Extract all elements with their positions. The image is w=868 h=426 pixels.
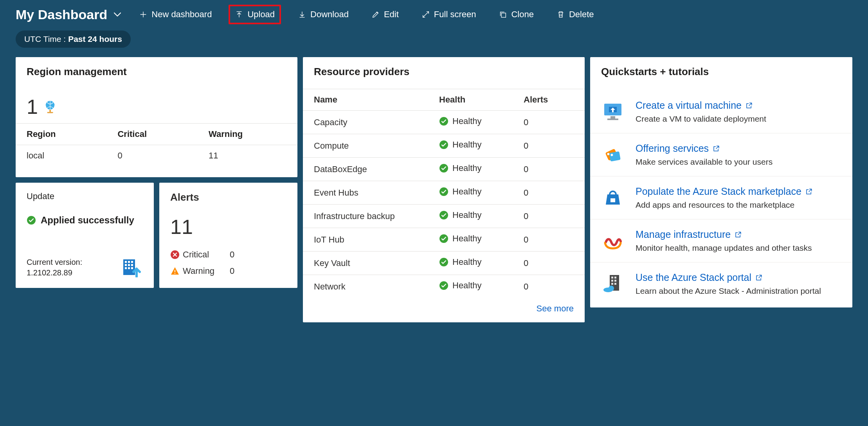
col-name: Name [303,89,430,111]
svg-rect-29 [614,277,616,279]
svg-rect-13 [128,264,130,266]
quickstart-item: Offering servicesMake services available… [590,133,852,176]
quickstart-link[interactable]: Offering services [636,143,720,154]
building-update-icon [121,257,143,277]
edit-label: Edit [384,9,399,20]
dashboard-title: My Dashboard [16,7,107,22]
rp-alerts: 0 [514,158,585,181]
quickstart-portal-icon [601,272,625,295]
quickstart-link[interactable]: Populate the Azure Stack marketplace [636,186,812,197]
svg-rect-17 [131,267,133,269]
dashboard-toolbar: My Dashboard New dashboard Upload Downlo… [0,0,868,24]
external-link-icon [805,188,812,195]
download-label: Download [310,9,349,20]
quickstart-item: Create a virtual machineCreate a VM to v… [590,90,852,133]
edit-button[interactable]: Edit [366,5,405,24]
svg-rect-21 [607,119,618,120]
rp-alerts: 0 [514,134,585,158]
see-more-link[interactable]: See more [303,298,585,322]
trash-icon [556,10,565,19]
version-block: Current version: 1.2102.28.89 [27,258,82,277]
alerts-count: 11 [170,215,286,239]
external-link-icon [755,274,762,281]
dashboard-title-selector[interactable]: My Dashboard [16,7,122,22]
rp-health: Healthy [430,252,514,275]
rp-alerts: 0 [514,181,585,205]
rp-alerts: 0 [514,252,585,275]
fullscreen-label: Full screen [434,9,476,20]
rp-row[interactable]: ComputeHealthy0 [303,134,585,158]
svg-rect-11 [131,261,133,263]
error-icon [170,250,180,259]
quickstart-link[interactable]: Create a virtual machine [636,100,753,111]
plus-icon [139,10,148,19]
region-count-row: 1 [16,89,297,123]
region-table: Region Critical Warning local 0 11 [16,123,297,177]
upload-button[interactable]: Upload [229,5,281,24]
rp-alerts: 0 [514,228,585,252]
rp-row[interactable]: Key VaultHealthy0 [303,252,585,275]
rp-row[interactable]: CapacityHealthy0 [303,111,585,134]
healthy-icon [439,187,448,196]
col-warning: Warning [198,124,297,145]
svg-rect-16 [128,267,130,269]
rp-row[interactable]: NetworkHealthy0 [303,275,585,298]
quickstart-desc: Add apps and resources to the marketplac… [636,200,812,210]
region-row[interactable]: local 0 11 [16,145,297,167]
fullscreen-button[interactable]: Full screen [416,5,482,24]
download-icon [298,10,306,19]
quickstart-link[interactable]: Use the Azure Stack portal [636,272,762,283]
quickstart-item: Populate the Azure Stack marketplaceAdd … [590,176,852,219]
healthy-icon [439,234,448,243]
external-link-icon [735,231,742,238]
svg-rect-32 [611,283,613,285]
healthy-icon [439,257,448,267]
delete-button[interactable]: Delete [551,5,600,24]
version-label: Current version: [27,258,82,267]
fullscreen-icon [421,10,430,19]
alert-critical-label: Critical [183,250,226,260]
healthy-icon [439,210,448,220]
success-icon [27,216,36,225]
rp-name: Infrastructure backup [303,205,430,228]
rp-name: Event Hubs [303,181,430,205]
rp-header-row: Name Health Alerts [303,89,585,111]
quickstart-desc: Make services available to your users [636,157,773,167]
upload-label: Upload [247,9,275,20]
rp-name: DataBoxEdge [303,158,430,181]
rp-row[interactable]: DataBoxEdgeHealthy0 [303,158,585,181]
update-tile: Update Applied successfully Current vers… [16,183,154,288]
rp-name: Capacity [303,111,430,134]
region-warning: 11 [198,145,297,167]
quickstart-offer-icon [601,143,625,166]
download-button[interactable]: Download [292,5,355,24]
svg-rect-9 [125,261,127,263]
quickstart-item: Manage infrastructureMonitor health, man… [590,219,852,262]
resource-providers-table: Name Health Alerts CapacityHealthy0Compu… [303,89,585,298]
new-dashboard-button[interactable]: New dashboard [133,5,218,24]
external-link-icon [746,102,753,109]
alert-warning-row[interactable]: Warning 0 [170,263,286,279]
time-range-filter[interactable]: UTC Time : Past 24 hours [16,31,131,48]
alert-critical-row[interactable]: Critical 0 [170,246,286,263]
clone-button[interactable]: Clone [493,5,539,24]
quickstart-infra-icon [601,229,625,252]
alerts-title: Alerts [170,191,286,203]
quickstart-link[interactable]: Manage infrastructure [636,229,742,240]
rp-row[interactable]: Infrastructure backupHealthy0 [303,205,585,228]
region-management-title: Region management [16,57,297,89]
rp-row[interactable]: Event HubsHealthy0 [303,181,585,205]
alert-warning-value: 0 [226,266,286,276]
rp-name: IoT Hub [303,228,430,252]
svg-rect-14 [131,264,133,266]
healthy-icon [439,140,448,149]
svg-rect-26 [610,198,615,202]
region-count: 1 [27,95,38,119]
healthy-icon [439,164,448,173]
quickstarts-title: Quickstarts + tutorials [590,57,852,83]
delete-label: Delete [569,9,594,20]
rp-row[interactable]: IoT HubHealthy0 [303,228,585,252]
quickstart-vm-icon [601,100,625,123]
healthy-icon [439,117,448,126]
rp-alerts: 0 [514,111,585,134]
